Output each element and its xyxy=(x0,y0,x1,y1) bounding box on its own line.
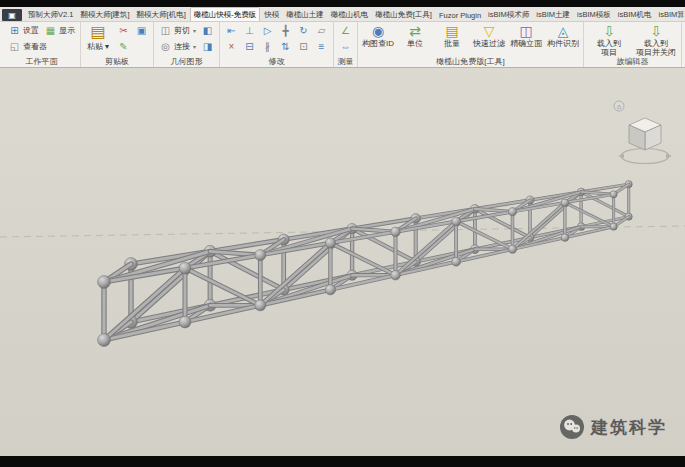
viewcube-compass-ring[interactable] xyxy=(618,149,672,164)
units-button[interactable]: ⇄单位 xyxy=(398,23,432,49)
join-geometry-button[interactable]: ◎连接▾ xyxy=(157,39,198,54)
offset-button[interactable]: ⊥ xyxy=(241,23,258,38)
home-icon: ⌂ xyxy=(617,103,621,110)
truss-node-sphere xyxy=(561,199,569,207)
scale-button[interactable]: ⊡ xyxy=(295,39,312,54)
show-workplane-button[interactable]: ▦显示 xyxy=(42,23,77,38)
cut-button[interactable]: ✂ xyxy=(115,23,132,38)
truss-node-sphere xyxy=(610,191,617,198)
trim-button[interactable]: ⊟ xyxy=(241,39,258,54)
viewcube-home-button[interactable]: ⌂ xyxy=(614,101,624,111)
load-into-project-close-icon: ⇩ xyxy=(650,23,662,39)
copy-button[interactable]: ▣ xyxy=(133,23,150,38)
truss-node-sphere xyxy=(179,262,191,274)
ribbon-group-workplane: ⊞设置▦显示◱查看器工作平面 xyxy=(3,22,81,67)
set-workplane-label: 设置 xyxy=(23,25,39,36)
accurate-elevation-button[interactable]: ◫精确立面 xyxy=(509,23,543,49)
element-recognize-icon: ◬ xyxy=(558,23,569,39)
viewer-button[interactable]: ◱查看器 xyxy=(6,39,49,54)
rotate-icon: ↻ xyxy=(297,24,310,37)
viewer-icon: ◱ xyxy=(8,40,21,53)
ribbon-tab-4[interactable]: 快模 xyxy=(261,8,282,21)
ribbon-tab-7[interactable]: 橄榄山免费[工具] xyxy=(372,8,435,21)
copy-icon: ▣ xyxy=(135,24,148,37)
move-icon: ╋ xyxy=(279,24,292,37)
model-canvas xyxy=(0,68,685,456)
ribbon-tab-11[interactable]: isBIM模板 xyxy=(574,8,614,21)
element-recognize-button[interactable]: ◬构件识别 xyxy=(546,23,580,49)
array-button[interactable]: ▱ xyxy=(313,23,330,38)
ribbon-tab-12[interactable]: isBIM机电 xyxy=(615,8,655,21)
ribbon-tab-3[interactable]: 橄榄山快模-免费版 xyxy=(190,7,261,21)
ribbon-tab-6[interactable]: 橄榄山机电 xyxy=(328,8,372,21)
offset-icon: ⊥ xyxy=(243,24,256,37)
dimension-button[interactable]: ⇔ xyxy=(337,39,354,54)
join-geometry-dropdown-icon: ▾ xyxy=(193,43,196,50)
mirror-icon: ▷ xyxy=(261,24,274,37)
wechat-logo-icon xyxy=(559,414,585,440)
split-button[interactable]: ∦ xyxy=(259,39,276,54)
cope-button[interactable]: ◧ xyxy=(199,23,216,38)
ribbon-group-label: 几何图形 xyxy=(157,57,216,67)
measure-button[interactable]: ∠ xyxy=(337,23,354,38)
accurate-elevation-label: 精确立面 xyxy=(510,40,542,49)
ribbon: ▣ 预制大师V2.1翻模大师[建筑]翻模大师[机电]橄榄山快模-免费版快模橄榄山… xyxy=(0,7,685,68)
ribbon-group-modify: ⇤⊥▷╋↻▱×⊟∦⇅⊡≡修改 xyxy=(220,22,334,67)
mirror-button[interactable]: ▷ xyxy=(259,23,276,38)
set-workplane-icon: ⊞ xyxy=(8,24,21,37)
ribbon-tab-10[interactable]: isBIM土建 xyxy=(533,8,573,21)
truss-node-sphere xyxy=(325,238,335,248)
rotate-button[interactable]: ↻ xyxy=(295,23,312,38)
app-menu-button[interactable]: ▣ xyxy=(2,9,22,21)
load-into-project-close-button[interactable]: ⇩载入到 项目并关闭 xyxy=(634,23,678,57)
ribbon-group-label: 修改 xyxy=(223,57,330,67)
truss-node-sphere xyxy=(98,276,111,289)
cope-icon: ◧ xyxy=(201,24,214,37)
truss-node-sphere xyxy=(255,300,266,311)
delete-icon: × xyxy=(225,40,238,53)
truss-node-sphere xyxy=(561,234,569,242)
group-button[interactable]: ≡ xyxy=(313,39,330,54)
cut-geometry-button[interactable]: ◫剪切▾ xyxy=(157,23,198,38)
ribbon-group-geometry: ◫剪切▾◧◎连接▾◨几何图形 xyxy=(154,22,220,67)
truss-node-sphere xyxy=(255,250,266,261)
batch-button[interactable]: ▤批量 xyxy=(435,23,469,49)
quick-filter-label: 快速过滤 xyxy=(473,40,505,49)
split-face-button[interactable]: ◨ xyxy=(199,39,216,54)
viewcube[interactable]: ⌂ xyxy=(611,96,675,174)
ribbon-tab-5[interactable]: 橄榄山土建 xyxy=(283,8,327,21)
group-icon: ≡ xyxy=(315,40,328,53)
find-by-id-label: 构图查ID xyxy=(362,40,394,49)
ribbon-tab-9[interactable]: isBIM模术师 xyxy=(485,8,532,21)
viewer-label: 查看器 xyxy=(23,41,47,52)
split-face-icon: ◨ xyxy=(201,40,214,53)
load-into-project-button[interactable]: ⇩载入到 项目 xyxy=(587,23,631,57)
ribbon-tab-0[interactable]: 预制大师V2.1 xyxy=(25,8,76,21)
align-button[interactable]: ⇤ xyxy=(223,23,240,38)
ribbon-group-label: 族编辑器 xyxy=(587,57,678,67)
viewcube-cube-icon[interactable] xyxy=(629,118,661,150)
ribbon-tab-1[interactable]: 翻模大师[建筑] xyxy=(77,8,132,21)
ribbon-tab-13[interactable]: isBIM算量 xyxy=(656,8,685,21)
truss-node-sphere xyxy=(452,217,461,226)
ribbon-group-measure: ∠⇔测量 xyxy=(334,22,358,67)
match-type-button[interactable]: ✎ xyxy=(115,39,132,54)
move-button[interactable]: ╋ xyxy=(277,23,294,38)
quick-filter-icon: ▽ xyxy=(484,23,495,39)
find-by-id-button[interactable]: ◉构图查ID xyxy=(361,23,395,49)
set-workplane-button[interactable]: ⊞设置 xyxy=(6,23,41,38)
truss-node-sphere xyxy=(452,257,461,266)
swap-icon: ⇅ xyxy=(279,40,292,53)
show-workplane-icon: ▦ xyxy=(44,24,57,37)
ribbon-tab-8[interactable]: Fuzor Plugin xyxy=(436,9,484,21)
paste-button[interactable]: ▤粘贴 ▾ xyxy=(84,23,112,52)
ribbon-tab-2[interactable]: 翻模大师[机电] xyxy=(134,8,189,21)
bottom-letterbox-bar xyxy=(0,456,685,467)
top-letterbox-bar xyxy=(0,0,685,7)
3d-viewport[interactable]: ⌂ xyxy=(0,68,685,456)
swap-button[interactable]: ⇅ xyxy=(277,39,294,54)
accurate-elevation-icon: ◫ xyxy=(519,23,532,39)
delete-button[interactable]: × xyxy=(223,39,240,54)
load-into-project-close-label: 载入到 项目并关闭 xyxy=(636,40,676,57)
quick-filter-button[interactable]: ▽快速过滤 xyxy=(472,23,506,49)
